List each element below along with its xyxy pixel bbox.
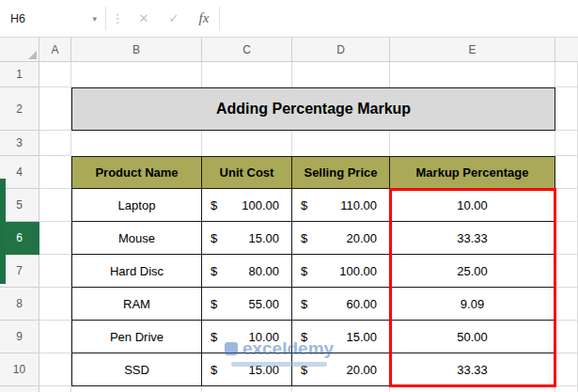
cell-filler bbox=[555, 62, 578, 87]
cell-markup[interactable]: 10.00 bbox=[390, 189, 555, 222]
row-header-10[interactable]: 10 bbox=[0, 353, 39, 386]
cell-product[interactable]: Laptop bbox=[71, 189, 202, 222]
name-box-dropdown-icon[interactable]: ▾ bbox=[92, 14, 105, 24]
cell-a1[interactable] bbox=[39, 62, 71, 87]
insert-function-icon[interactable]: fx bbox=[189, 0, 219, 37]
header-unit-cost[interactable]: Unit Cost bbox=[202, 156, 292, 189]
cell-c1[interactable] bbox=[202, 62, 292, 87]
cell-unit-cost[interactable]: $ 80.00 bbox=[202, 255, 292, 288]
cell-selling-price[interactable]: $ 60.00 bbox=[292, 288, 390, 321]
row-header-5[interactable]: 5 bbox=[0, 189, 39, 222]
row-header-8[interactable]: 8 bbox=[0, 288, 39, 321]
formula-bar: H6 ▾ ⋮ ✕ ✓ fx bbox=[0, 0, 578, 38]
cell-a10[interactable] bbox=[39, 353, 71, 386]
cell-selling-price[interactable]: $ 100.00 bbox=[292, 255, 390, 288]
row-header-partial bbox=[0, 386, 39, 392]
cell-selling-price[interactable]: $ 20.00 bbox=[292, 353, 390, 386]
cell-b3[interactable] bbox=[71, 131, 202, 156]
cell-unit-cost[interactable]: $ 100.00 bbox=[202, 189, 292, 222]
name-box[interactable]: H6 ▾ bbox=[0, 0, 105, 37]
sheet-row-9: 9 Pen Drive $ 10.00 $ 15.00 50.00 bbox=[0, 321, 578, 353]
worksheet-title[interactable]: Adding Percentage Markup bbox=[71, 87, 555, 131]
row-header-2[interactable]: 2 bbox=[0, 87, 39, 131]
row-header-4[interactable]: 4 bbox=[0, 156, 39, 189]
cell-filler bbox=[555, 87, 578, 131]
currency-symbol: $ bbox=[211, 198, 217, 212]
cell-a5[interactable] bbox=[39, 189, 71, 222]
cell-selling-price[interactable]: $ 110.00 bbox=[292, 189, 390, 222]
cell-c3[interactable] bbox=[202, 131, 292, 156]
formula-input[interactable] bbox=[220, 0, 578, 37]
cell-selling-price[interactable]: $ 20.00 bbox=[292, 222, 390, 255]
row-header-7[interactable]: 7 bbox=[0, 255, 39, 288]
cell-unit-cost[interactable]: $ 10.00 bbox=[202, 321, 292, 353]
cell-d3[interactable] bbox=[292, 131, 390, 156]
left-accent-strip bbox=[0, 179, 6, 284]
cell-partial bbox=[555, 386, 578, 392]
header-markup-percentage[interactable]: Markup Percentage bbox=[390, 156, 555, 189]
cell-unit-cost[interactable]: $ 15.00 bbox=[202, 353, 292, 386]
cell-product[interactable]: Pen Drive bbox=[71, 321, 202, 353]
cell-a9[interactable] bbox=[39, 321, 71, 353]
cell-a7[interactable] bbox=[39, 255, 71, 288]
amount: 20.00 bbox=[346, 363, 377, 377]
cell-unit-cost[interactable]: $ 55.00 bbox=[202, 288, 292, 321]
cell-markup[interactable]: 50.00 bbox=[390, 321, 555, 353]
cell-markup[interactable]: 33.33 bbox=[390, 353, 555, 386]
cell-partial bbox=[390, 386, 555, 392]
enter-icon[interactable]: ✓ bbox=[159, 0, 189, 37]
amount: 20.00 bbox=[346, 231, 377, 245]
column-header-b[interactable]: B bbox=[71, 38, 202, 62]
cell-partial bbox=[71, 386, 202, 392]
cell-a2[interactable] bbox=[39, 87, 71, 131]
name-box-value: H6 bbox=[10, 12, 25, 25]
row-header-1[interactable]: 1 bbox=[0, 62, 39, 87]
cell-partial bbox=[39, 386, 71, 392]
sheet-row-partial bbox=[0, 386, 578, 392]
cell-a3[interactable] bbox=[39, 131, 71, 156]
select-all-corner[interactable] bbox=[0, 38, 39, 62]
cell-selling-price[interactable]: $ 15.00 bbox=[292, 321, 390, 353]
cell-markup[interactable]: 25.00 bbox=[390, 255, 555, 288]
amount: 80.00 bbox=[248, 264, 279, 278]
row-header-6-active[interactable]: 6 bbox=[0, 222, 39, 255]
cell-product[interactable]: SSD bbox=[71, 353, 202, 386]
cell-unit-cost[interactable]: $ 15.00 bbox=[202, 222, 292, 255]
amount: 100.00 bbox=[242, 198, 279, 212]
amount: 110.00 bbox=[340, 198, 377, 212]
sheet-row-8: 8 RAM $ 55.00 $ 60.00 9.09 bbox=[0, 288, 578, 321]
column-header-e[interactable]: E bbox=[390, 38, 555, 62]
header-product-name[interactable]: Product Name bbox=[71, 156, 202, 189]
cell-product[interactable]: RAM bbox=[71, 288, 202, 321]
cell-e1[interactable] bbox=[390, 62, 555, 87]
currency-symbol: $ bbox=[211, 363, 217, 377]
cell-d1[interactable] bbox=[292, 62, 390, 87]
cell-partial bbox=[292, 386, 390, 392]
cell-b1[interactable] bbox=[71, 62, 202, 87]
row-header-3[interactable]: 3 bbox=[0, 131, 39, 156]
header-selling-price[interactable]: Selling Price bbox=[292, 156, 390, 189]
column-header-d[interactable]: D bbox=[292, 38, 390, 62]
cell-markup[interactable]: 9.09 bbox=[390, 288, 555, 321]
column-header-a[interactable]: A bbox=[39, 38, 71, 62]
cell-product[interactable]: Hard Disc bbox=[71, 255, 202, 288]
sheet-row-2: 2 Adding Percentage Markup bbox=[0, 87, 578, 131]
sheet-row-4: 4 Product Name Unit Cost Selling Price M… bbox=[0, 156, 578, 189]
row-header-9[interactable]: 9 bbox=[0, 321, 39, 353]
cell-partial bbox=[202, 386, 292, 392]
amount: 15.00 bbox=[346, 330, 377, 344]
cell-a6[interactable] bbox=[39, 222, 71, 255]
cell-markup[interactable]: 33.33 bbox=[390, 222, 555, 255]
cell-filler bbox=[555, 321, 578, 353]
drag-handle-icon: ⋮ bbox=[106, 0, 129, 37]
currency-symbol: $ bbox=[211, 330, 217, 344]
cell-a4[interactable] bbox=[39, 156, 71, 189]
sheet-row-3: 3 bbox=[0, 131, 578, 156]
column-header-c[interactable]: C bbox=[202, 38, 292, 62]
cell-product[interactable]: Mouse bbox=[71, 222, 202, 255]
cancel-icon[interactable]: ✕ bbox=[129, 0, 159, 37]
cell-filler bbox=[555, 353, 578, 386]
cell-a8[interactable] bbox=[39, 288, 71, 321]
sheet-row-6: 6 Mouse $ 15.00 $ 20.00 33.33 bbox=[0, 222, 578, 255]
cell-e3[interactable] bbox=[390, 131, 555, 156]
